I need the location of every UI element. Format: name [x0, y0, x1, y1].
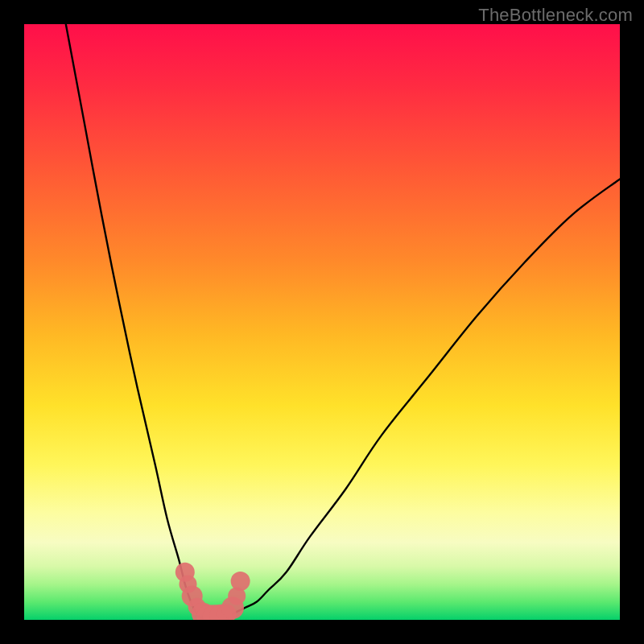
plot-area	[24, 24, 620, 620]
watermark-text: TheBottleneck.com	[478, 5, 633, 26]
chart-stage: TheBottleneck.com	[0, 0, 644, 644]
gradient-background	[24, 24, 620, 620]
